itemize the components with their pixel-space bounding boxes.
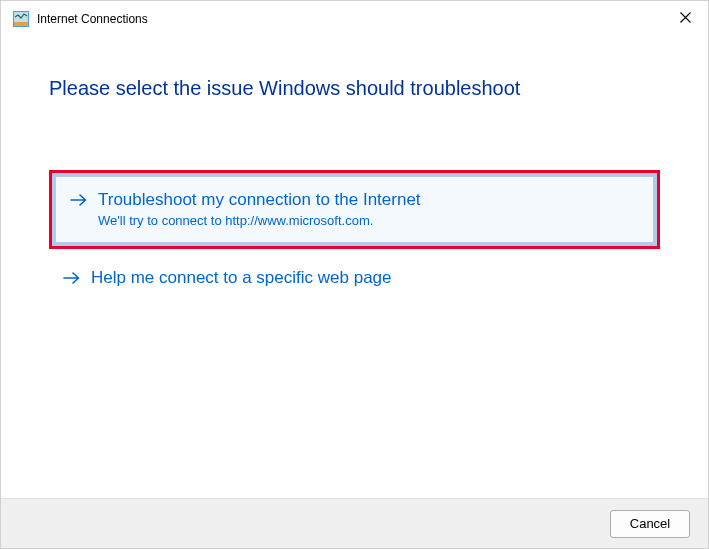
svg-rect-2 [14, 22, 28, 26]
cancel-button[interactable]: Cancel [610, 510, 690, 538]
window-title: Internet Connections [37, 12, 148, 26]
arrow-right-icon [70, 193, 88, 207]
troubleshooter-window: Internet Connections Please select the i… [0, 0, 709, 549]
close-button[interactable] [662, 1, 708, 33]
option-text: Troubleshoot my connection to the Intern… [98, 189, 639, 230]
app-icon [13, 11, 29, 27]
titlebar: Internet Connections [1, 1, 708, 37]
option-title: Help me connect to a specific web page [91, 267, 646, 289]
close-icon [680, 12, 691, 23]
option-text: Help me connect to a specific web page [91, 267, 646, 289]
option-title: Troubleshoot my connection to the Intern… [98, 189, 639, 211]
option-description: We'll try to connect to http://www.micro… [98, 213, 639, 230]
arrow-right-icon [63, 271, 81, 285]
page-heading: Please select the issue Windows should t… [49, 77, 660, 100]
option-troubleshoot-internet[interactable]: Troubleshoot my connection to the Intern… [49, 170, 660, 249]
footer: Cancel [1, 498, 708, 548]
option-specific-webpage[interactable]: Help me connect to a specific web page [49, 257, 660, 299]
content-area: Please select the issue Windows should t… [1, 37, 708, 498]
